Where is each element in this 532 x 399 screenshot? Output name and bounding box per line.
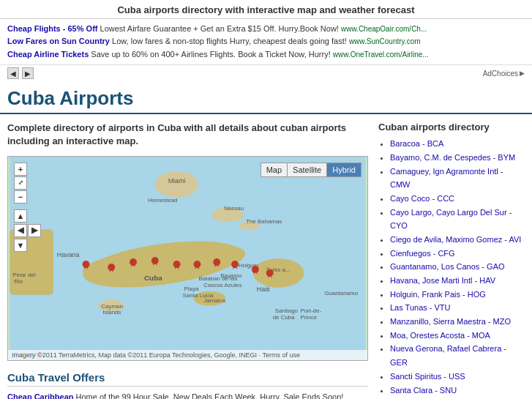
airport-link[interactable]: Baracoa - BCA: [390, 139, 443, 148]
list-item: Sancti Spiritus - USS: [390, 370, 525, 384]
site-header: Cuba Airports: [0, 81, 532, 114]
airport-link[interactable]: Moa, Orestes Acosta - MOA: [390, 331, 490, 340]
map-attribution: Imagery ©2011 TerraMetrics, Map data ©20…: [8, 350, 367, 360]
svg-text:Homestead: Homestead: [148, 196, 178, 203]
airport-link[interactable]: Havana, Jose Marti Intl - HAV: [390, 276, 495, 285]
ad-link-1[interactable]: Cheap Flights - 65% Off: [7, 24, 97, 33]
map-zoom-reset[interactable]: ⤢: [14, 176, 27, 190]
list-item: Las Tunas - VTU: [390, 301, 525, 315]
svg-text:Santiago: Santiago: [275, 307, 299, 314]
interactive-map[interactable]: Miami Homestead Nassau The Bahamas Havan…: [7, 156, 368, 361]
ad-text-1: Lowest Airfare Guarantee + Get an Extra …: [100, 24, 341, 33]
airport-link[interactable]: Manzanillo, Sierra Maestra - MZO: [390, 317, 511, 326]
list-item: Baracoa - BCA: [390, 137, 525, 151]
ad-link-2[interactable]: Low Fares on Sun Country: [7, 37, 110, 45]
ad-row-1: Cheap Flights - 65% Off Lowest Airfare G…: [7, 23, 525, 34]
airport-link[interactable]: Cayo Coco - CCC: [390, 194, 454, 203]
list-item: Cayo Coco - CCC: [390, 192, 525, 206]
travel-offer-text: Home of the 99 Hour Sale. New Deals Each…: [76, 392, 344, 399]
ads-section: Cheap Flights - 65% Off Lowest Airfare G…: [0, 19, 532, 65]
svg-text:The Bahamas: The Bahamas: [246, 218, 282, 225]
map-zoom-in[interactable]: +: [14, 163, 27, 176]
svg-text:Havana: Havana: [57, 251, 80, 258]
ad-choices-icon: ▶: [520, 70, 525, 77]
map-pan-down[interactable]: ▼: [14, 239, 27, 252]
list-item: Moa, Orestes Acosta - MOA: [390, 329, 525, 343]
list-item: Camaguey, Ign Agramonte Intl - CMW: [390, 165, 525, 192]
airport-link[interactable]: Camaguey, Ign Agramonte Intl - CMW: [390, 167, 503, 190]
svg-text:Miami: Miami: [168, 176, 186, 184]
list-item: Havana, Jose Marti Intl - HAV: [390, 274, 525, 288]
site-title: Cuba Airports: [7, 87, 133, 109]
list-item: Bayamo, C.M. de Cespedes - BYM: [390, 151, 525, 165]
svg-text:Prince: Prince: [300, 314, 317, 321]
svg-text:Playa: Playa: [184, 285, 199, 291]
airport-link[interactable]: Bayamo, C.M. de Cespedes - BYM: [390, 153, 515, 162]
map-type-map[interactable]: Map: [261, 163, 288, 176]
page-title: Cuba airports directory with interactive…: [0, 0, 532, 19]
map-pan-right[interactable]: ▶: [28, 224, 41, 237]
svg-text:Cayman: Cayman: [101, 302, 123, 309]
map-svg: Miami Homestead Nassau The Bahamas Havan…: [8, 157, 367, 360]
next-arrow[interactable]: ▶: [22, 67, 34, 79]
main-layout: Complete directory of airports in Cuba w…: [0, 114, 532, 399]
airport-link[interactable]: Sancti Spiritus - USS: [390, 372, 465, 381]
ad-choices-label: AdChoices: [483, 70, 518, 78]
ad-url-2: www.SunCountry.com: [349, 37, 421, 45]
list-item: Nueva Gerona, Rafael Cabrera - GER: [390, 342, 525, 369]
svg-text:Haiti: Haiti: [257, 285, 270, 292]
ad-url-1: www.CheapOair.com/Ch...: [341, 25, 427, 33]
travel-offers-main: Cuba Travel Offers Cheap Caribbean Home …: [7, 371, 368, 399]
ad-row-3: Cheap Airline Tickets Save up to 60% on …: [7, 49, 525, 60]
airport-link[interactable]: Cayo Largo, Cayo Largo Del Sur - CYO: [390, 208, 512, 231]
airport-link[interactable]: Nueva Gerona, Rafael Cabrera - GER: [390, 344, 506, 367]
main-content: Complete directory of airports in Cuba w…: [7, 122, 368, 399]
map-pan-up[interactable]: ▲: [14, 209, 27, 223]
list-item: Cayo Largo, Cayo Largo Del Sur - CYO: [390, 206, 525, 233]
map-controls: + ⤢ − ▲ ◀ ▶ ▼: [14, 163, 41, 252]
airport-link[interactable]: Holguin, Frank Pais - HOG: [390, 290, 486, 299]
travel-offers-title: Cuba Travel Offers: [7, 371, 368, 387]
map-type-hybrid[interactable]: Hybrid: [327, 163, 361, 176]
airport-link[interactable]: Cienfuegos - CFG: [390, 249, 455, 258]
main-title: Cuba airports directory with interactive…: [117, 4, 414, 15]
svg-text:Jamaica: Jamaica: [203, 297, 225, 303]
svg-text:de Cuba: de Cuba: [273, 314, 296, 321]
airport-link[interactable]: Ciego de Avila, Maximo Gomez - AVI: [390, 235, 521, 244]
airport-list: Baracoa - BCABayamo, C.M. de Cespedes - …: [378, 137, 525, 399]
airport-link[interactable]: Guantanamo, Los Canos - GAO: [390, 262, 505, 271]
svg-text:Rio: Rio: [14, 277, 23, 284]
ad-text-3: Save up to 60% on 400+ Airlines Flights.…: [91, 50, 332, 59]
map-type-selector: Map Satellite Hybrid: [261, 163, 361, 177]
svg-text:Nassau: Nassau: [224, 205, 244, 212]
airports-section-title: Cuban airports directory: [378, 122, 525, 133]
map-zoom-out[interactable]: −: [14, 190, 27, 204]
prev-arrow[interactable]: ◀: [7, 67, 19, 79]
map-pan-left[interactable]: ◀: [14, 224, 27, 237]
svg-text:Islands: Islands: [102, 309, 121, 316]
list-item: Santa Clara - SNU: [390, 384, 525, 398]
nav-bar: ◀ ▶ AdChoices ▶: [0, 65, 532, 81]
svg-text:Cuba: Cuba: [144, 273, 162, 281]
svg-text:Bayamo: Bayamo: [220, 272, 242, 278]
sidebar: Cuban airports directory Baracoa - BCABa…: [378, 122, 525, 399]
ad-url-3: www.OneTravel.com/Airline...: [333, 51, 429, 59]
list-item: Cienfuegos - CFG: [390, 247, 525, 261]
airport-link[interactable]: Las Tunas - VTU: [390, 303, 451, 312]
cheap-caribbean-link[interactable]: Cheap Caribbean: [7, 392, 73, 399]
list-item: Holguin, Frank Pais - HOG: [390, 288, 525, 302]
ad-text-2: Low, low fares & non-stop flights Hurry,…: [112, 37, 349, 45]
svg-text:Guantanamo: Guantanamo: [324, 289, 358, 296]
ad-row-2: Low Fares on Sun Country Low, low fares …: [7, 36, 525, 47]
svg-text:Cascos Azules: Cascos Azules: [203, 281, 241, 288]
svg-text:Pinar del: Pinar del: [12, 271, 36, 277]
airport-link[interactable]: Santa Clara - SNU: [390, 386, 457, 395]
travel-offer-row: Cheap Caribbean Home of the 99 Hour Sale…: [7, 391, 368, 399]
list-item: Manzanillo, Sierra Maestra - MZO: [390, 315, 525, 329]
ad-choices: AdChoices ▶: [483, 70, 525, 78]
list-item: Guantanamo, Los Canos - GAO: [390, 260, 525, 274]
page-description: Complete directory of airports in Cuba w…: [7, 122, 368, 148]
list-item: Ciego de Avila, Maximo Gomez - AVI: [390, 233, 525, 247]
ad-link-3[interactable]: Cheap Airline Tickets: [7, 50, 89, 59]
map-type-satellite[interactable]: Satellite: [288, 163, 327, 176]
